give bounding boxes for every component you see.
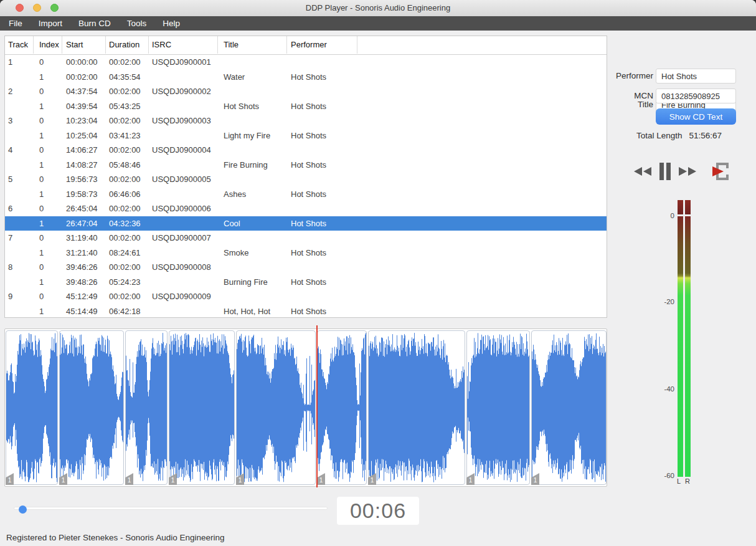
cell-index: 1 [39,102,44,111]
table-row[interactable]: 8039:46:2600:02:00USQDJ0900008 [5,260,607,275]
cell-title: Cool [224,219,240,228]
column-header-isrc[interactable]: ISRC [152,40,171,49]
cell-title: Hot Shots [224,102,259,111]
column-separator [148,36,149,54]
table-row[interactable]: 6026:45:0400:02:00USQDJ0900006 [5,201,607,216]
table-row[interactable]: 1000:00:0000:02:00USQDJ0900001 [5,55,607,70]
cell-start: 45:14:49 [66,307,98,316]
cell-start: 31:19:40 [66,233,98,242]
fast-forward-button[interactable] [678,165,697,178]
waveform-track[interactable] [368,330,465,485]
table-row[interactable]: 126:47:0404:32:36CoolHot Shots [5,216,607,231]
meter-scale--20: -20 [664,298,674,305]
cell-duration: 00:02:00 [109,175,141,184]
cell-isrc: USQDJ0900005 [152,175,211,184]
cell-index: 1 [39,277,44,287]
column-header-duration[interactable]: Duration [109,40,139,49]
table-row[interactable]: 104:39:5405:43:25Hot ShotsHot Shots [5,99,607,114]
table-row[interactable]: 100:02:0004:35:54WaterHot Shots [5,70,607,85]
cell-isrc: USQDJ0900007 [152,233,211,242]
waveform-track[interactable] [59,330,124,485]
column-header-start[interactable]: Start [66,40,83,49]
cell-start: 45:12:49 [66,292,98,301]
table-row[interactable]: 3010:23:0400:02:00USQDJ0900003 [5,113,607,128]
cell-title: Light my Fire [224,131,270,140]
seek-slider-thumb[interactable] [19,505,27,514]
column-header-performer[interactable]: Performer [291,40,327,49]
cell-duration: 00:02:00 [109,57,141,67]
time-display: 00:06 [337,497,419,525]
rewind-button[interactable] [633,165,653,178]
waveform-track[interactable] [6,330,58,485]
table-row[interactable]: 9045:12:4900:02:00USQDJ0900009 [5,289,607,304]
cell-track: 7 [8,233,12,242]
cell-duration: 00:02:00 [109,87,141,96]
table-row[interactable]: 114:08:2705:48:46Fire BurningHot Shots [5,158,607,173]
cell-duration: 06:46:06 [109,189,141,199]
play-to-marker-button[interactable] [711,159,734,184]
column-header-track[interactable]: Track [8,40,28,49]
cell-duration: 00:02:00 [109,233,141,242]
cell-duration: 05:48:46 [109,160,141,170]
column-header-index[interactable]: Index [39,40,59,49]
waveform-track[interactable] [317,330,367,485]
show-cd-text-button[interactable]: Show CD Text [656,108,736,125]
column-separator [286,36,287,54]
waveform-track[interactable] [466,330,530,485]
waveform-track[interactable] [531,330,607,485]
performer-input[interactable] [656,69,736,84]
total-length: Total Length 51:56:67 [636,131,722,140]
menu-item-help[interactable]: Help [154,16,188,31]
pause-button[interactable] [659,163,671,180]
menu-item-file[interactable]: File [1,16,31,31]
cell-index: 0 [39,57,44,67]
cell-index: 1 [39,72,44,82]
cell-start: 26:47:04 [66,219,98,228]
cell-start: 10:25:04 [66,131,98,140]
menu-item-tools[interactable]: Tools [119,16,155,31]
table-row[interactable]: 119:58:7306:46:06AshesHot Shots [5,187,607,202]
cell-duration: 05:43:25 [109,102,141,111]
cell-title: Ashes [224,189,246,199]
meter-clip-left [678,200,683,214]
cell-start: 10:23:04 [66,116,98,125]
cell-duration: 05:24:23 [109,277,141,287]
cell-index: 0 [39,175,44,184]
waveform-track[interactable] [169,330,235,485]
column-separator [217,36,218,54]
table-row[interactable]: 145:14:4906:42:18Hot, Hot, HotHot Shots [5,304,607,319]
cell-index: 0 [39,233,44,242]
table-row[interactable]: 131:21:4008:24:61SmokeHot Shots [5,246,607,261]
cell-start: 00:00:00 [66,57,98,67]
waveform-track[interactable] [125,330,168,485]
table-row[interactable]: 4014:06:2700:02:00USQDJ0900004 [5,143,607,158]
cell-track: 3 [8,116,12,125]
cell-index: 1 [39,219,44,228]
table-row[interactable]: 2004:37:5400:02:00USQDJ0900002 [5,84,607,99]
playhead-cursor[interactable] [316,325,318,487]
meter-scale-0: 0 [671,212,674,219]
play-to-marker-icon [711,159,734,184]
cell-isrc: USQDJ0900004 [152,145,211,155]
meter-scale--60: -60 [664,472,674,479]
cell-track: 4 [8,145,12,155]
waveform-track[interactable] [236,330,316,485]
table-row[interactable]: 5019:56:7300:02:00USQDJ0900005 [5,172,607,187]
table-row[interactable]: 7031:19:4000:02:00USQDJ0900007 [5,231,607,246]
fast-forward-icon [678,165,697,178]
menu-item-import[interactable]: Import [31,16,70,31]
table-row[interactable]: 139:48:2605:24:23Burning FireHot Shots [5,275,607,290]
cell-performer: Hot Shots [291,72,326,82]
menu-item-burn-cd[interactable]: Burn CD [70,16,119,31]
cell-index: 0 [39,87,44,96]
cell-start: 26:45:04 [66,204,98,213]
cell-index: 0 [39,116,44,125]
column-header-title[interactable]: Title [224,40,239,49]
level-meter-right [685,216,691,477]
level-meter-left [678,216,683,477]
seek-slider-track[interactable] [14,507,328,510]
table-row[interactable]: 110:25:0403:41:23Light my FireHot Shots [5,128,607,143]
mcn-input[interactable] [656,89,736,103]
cell-isrc: USQDJ0900006 [152,204,211,213]
cell-duration: 04:32:36 [109,219,141,228]
